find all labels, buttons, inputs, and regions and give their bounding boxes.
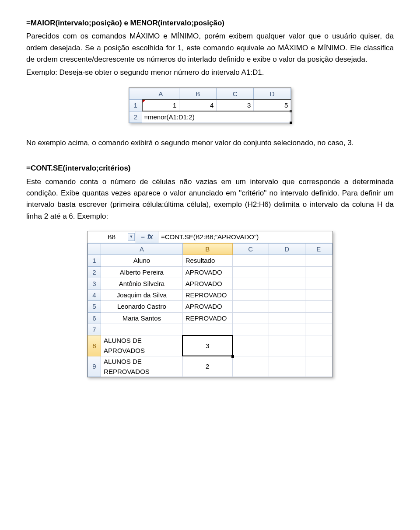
col-header-d[interactable]: D xyxy=(269,244,305,255)
paragraph-2: Exemplo: Deseja-se obter o segundo menor… xyxy=(26,67,394,78)
formula-bar-buttons: – fx xyxy=(136,231,158,243)
heading-contse: =CONT.SE(intervalo;critérios) xyxy=(26,163,394,174)
cell-b3[interactable]: APROVADO xyxy=(182,278,232,289)
cell-d1[interactable] xyxy=(269,255,305,266)
cell-b2[interactable]: APROVADO xyxy=(182,266,232,278)
row-header-1[interactable]: 1 xyxy=(129,100,142,111)
paragraph-1: Parecidos com os comandos MÁXIMO e MÍNIM… xyxy=(26,31,394,65)
row-header-2[interactable]: 2 xyxy=(129,111,142,122)
col-header-c[interactable]: C xyxy=(232,244,269,255)
cell-b1[interactable]: Resultado xyxy=(182,255,232,266)
formula-bar-input[interactable]: =CONT.SE(B2:B6;"APROVADO") xyxy=(158,231,332,243)
name-box-dropdown-icon[interactable]: ▼ xyxy=(128,233,135,241)
cell-b5[interactable]: APROVADO xyxy=(182,301,232,312)
row-header-1[interactable]: 1 xyxy=(88,255,101,266)
cell-a4[interactable]: Joaquim da Silva xyxy=(101,289,183,301)
paragraph-3: No exemplo acima, o comando exibirá o se… xyxy=(26,137,394,149)
paragraph-4: Este comando conta o número de células n… xyxy=(26,176,394,222)
corner-cell xyxy=(88,244,101,255)
cell-a5[interactable]: Leonardo Castro xyxy=(101,301,183,312)
heading-maior-menor: =MAIOR(intervalo;posição) e MENOR(interv… xyxy=(26,17,394,29)
cell-a3[interactable]: Antônio Silveira xyxy=(101,278,183,289)
excel-fragment-menor: A B C D 1 1 4 3 5 2 =menor(A1:D1;2) xyxy=(129,87,292,123)
row-header-6[interactable]: 6 xyxy=(88,312,101,324)
cell-a6[interactable]: Maria Santos xyxy=(101,312,183,324)
cell-a2[interactable]: Alberto Pereira xyxy=(101,266,183,278)
cell-d1[interactable]: 5 xyxy=(254,100,291,111)
row-header-3[interactable]: 3 xyxy=(88,278,101,289)
cell-e1[interactable] xyxy=(305,255,332,266)
cell-b8-active[interactable]: 3 xyxy=(182,335,232,356)
row-header-7[interactable]: 7 xyxy=(88,324,101,335)
col-header-b[interactable]: B xyxy=(182,244,232,255)
dash-icon[interactable]: – xyxy=(141,232,145,242)
cell-b6[interactable]: REPROVADO xyxy=(182,312,232,324)
col-header-a[interactable]: A xyxy=(101,244,183,255)
col-header-b[interactable]: B xyxy=(179,88,217,100)
row-header-5[interactable]: 5 xyxy=(88,301,101,312)
fx-icon[interactable]: fx xyxy=(147,232,153,242)
row-header-8[interactable]: 8 xyxy=(88,335,101,356)
corner-cell xyxy=(129,88,142,100)
name-box-value: B8 xyxy=(108,232,116,242)
cell-b4[interactable]: REPROVADO xyxy=(182,289,232,301)
cell-c1[interactable] xyxy=(232,255,269,266)
cell-a8[interactable]: ALUNOS DE APROVADOS xyxy=(101,335,183,356)
cell-b1[interactable]: 4 xyxy=(179,100,217,111)
cell-a1[interactable]: 1 xyxy=(142,100,179,111)
formula-bar: B8 ▼ – fx =CONT.SE(B2:B6;"APROVADO") xyxy=(88,231,332,243)
cell-a1[interactable]: Aluno xyxy=(101,255,183,266)
col-header-a[interactable]: A xyxy=(142,88,179,100)
col-header-d[interactable]: D xyxy=(254,88,291,100)
row-header-2[interactable]: 2 xyxy=(88,266,101,278)
cell-c1[interactable]: 3 xyxy=(217,100,254,111)
row-header-4[interactable]: 4 xyxy=(88,289,101,301)
cell-b9[interactable]: 2 xyxy=(182,356,232,377)
cell-a2-formula[interactable]: =menor(A1:D1;2) xyxy=(142,111,291,122)
col-header-e[interactable]: E xyxy=(305,244,332,255)
col-header-c[interactable]: C xyxy=(217,88,254,100)
excel-fragment-contse: B8 ▼ – fx =CONT.SE(B2:B6;"APROVADO") A B… xyxy=(87,231,333,377)
row-header-9[interactable]: 9 xyxy=(88,356,101,377)
name-box[interactable]: B8 ▼ xyxy=(88,231,136,243)
cell-a9[interactable]: ALUNOS DE REPROVADOS xyxy=(101,356,183,377)
